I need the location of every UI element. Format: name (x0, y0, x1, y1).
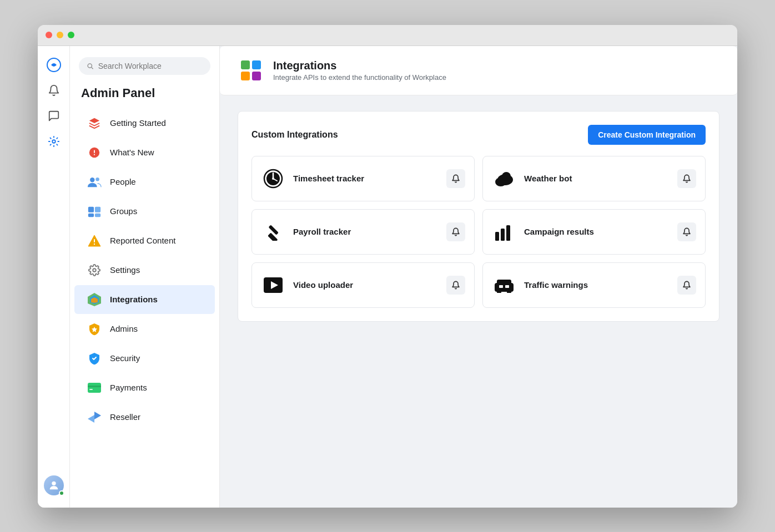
sidebar-item-integrations[interactable]: Integrations (74, 285, 215, 314)
svg-rect-27 (241, 60, 250, 69)
timesheet-tracker-icon (261, 166, 285, 191)
svg-rect-51 (505, 285, 509, 288)
integration-card-weather-bot[interactable]: Weather bot (482, 156, 706, 201)
sidebar-item-admins[interactable]: Admins (74, 315, 215, 343)
page-header: Integrations Integrate APIs to extend th… (220, 46, 737, 95)
integration-card-traffic-warnings[interactable]: Traffic warnings (482, 262, 706, 308)
svg-rect-23 (88, 386, 101, 387)
sidebar-item-security[interactable]: Security (74, 344, 215, 373)
content-area: Custom Integrations Create Custom Integr… (238, 111, 719, 322)
campaign-results-bell-button[interactable] (677, 222, 696, 241)
video-uploader-bell-button[interactable] (446, 276, 465, 295)
traffic-warnings-label: Traffic warnings (524, 280, 670, 290)
svg-rect-28 (252, 60, 261, 69)
getting-started-icon (85, 114, 103, 132)
people-icon (85, 173, 103, 191)
bell-icon (451, 174, 460, 183)
sidebar-item-whats-new[interactable]: What's New (74, 138, 215, 167)
section-header: Custom Integrations Create Custom Integr… (251, 125, 706, 145)
whats-new-label: What's New (110, 148, 154, 157)
weather-bot-bell-button[interactable] (677, 169, 696, 188)
settings-icon (85, 261, 103, 279)
create-custom-integration-button[interactable]: Create Custom Integration (588, 125, 706, 145)
sidebar-item-getting-started[interactable]: Getting Started (74, 109, 215, 138)
bell-icon (682, 227, 691, 236)
svg-point-38 (502, 172, 511, 181)
sidebar-item-reported-content[interactable]: Reported Content (74, 226, 215, 255)
video-uploader-icon (261, 273, 285, 297)
main-content: Integrations Integrate APIs to extend th… (220, 46, 737, 508)
sidebar-item-payments[interactable]: Payments (74, 373, 215, 402)
svg-point-2 (52, 481, 56, 485)
online-indicator (59, 490, 64, 496)
svg-rect-11 (95, 206, 100, 212)
payroll-tracker-bell-button[interactable] (446, 222, 465, 241)
user-avatar-container[interactable] (44, 475, 64, 495)
nav-sidebar: Admin Panel Getting Started (70, 46, 220, 508)
page-header-text: Integrations Integrate APIs to extend th… (273, 59, 446, 82)
sidebar-item-settings[interactable]: Settings (74, 256, 215, 285)
video-uploader-label: Video uploader (293, 280, 439, 290)
svg-point-8 (90, 178, 94, 182)
svg-rect-6 (94, 150, 95, 153)
svg-point-3 (88, 63, 92, 67)
svg-rect-43 (506, 225, 510, 241)
section-title: Custom Integrations (251, 130, 338, 140)
app-body: Admin Panel Getting Started (38, 46, 737, 508)
messages-icon[interactable] (43, 105, 65, 127)
reseller-icon (85, 408, 103, 426)
close-dot[interactable] (46, 32, 52, 38)
svg-rect-15 (94, 239, 95, 242)
svg-rect-29 (241, 72, 250, 80)
svg-rect-40 (269, 225, 279, 235)
reported-content-label: Reported Content (110, 236, 175, 245)
bell-icon (682, 174, 691, 183)
search-input[interactable] (98, 62, 203, 70)
svg-rect-22 (88, 383, 101, 393)
groups-label: Groups (110, 206, 137, 216)
reseller-label: Reseller (110, 412, 140, 422)
reported-content-icon (85, 232, 103, 250)
payroll-tracker-label: Payroll tracker (293, 227, 439, 236)
minimize-dot[interactable] (57, 32, 63, 38)
svg-point-1 (52, 140, 56, 143)
workplace-logo-icon[interactable] (43, 54, 65, 76)
integrations-icon (85, 291, 103, 308)
integration-card-video-uploader[interactable]: Video uploader (251, 262, 475, 308)
titlebar (38, 25, 737, 46)
campaign-results-label: Campaign results (524, 227, 670, 236)
svg-rect-42 (501, 229, 505, 241)
sidebar-item-groups[interactable]: Groups (74, 197, 215, 226)
payments-label: Payments (110, 383, 147, 392)
notifications-icon[interactable] (43, 79, 65, 102)
sidebar-item-reseller[interactable]: Reseller (74, 403, 215, 432)
svg-rect-10 (88, 206, 94, 212)
timesheet-tracker-bell-button[interactable] (446, 169, 465, 188)
svg-line-4 (92, 67, 93, 69)
bell-icon (682, 281, 691, 290)
integration-card-payroll-tracker[interactable]: Payroll tracker (251, 209, 475, 255)
admins-label: Admins (110, 324, 138, 333)
people-label: People (110, 177, 136, 186)
campaign-results-icon (492, 220, 516, 244)
integrations-label: Integrations (110, 295, 158, 304)
maximize-dot[interactable] (68, 32, 74, 38)
whats-new-icon (85, 144, 103, 161)
svg-rect-41 (495, 232, 499, 241)
payroll-tracker-icon (261, 220, 285, 244)
search-bar[interactable] (79, 57, 210, 75)
icon-sidebar (38, 46, 70, 508)
admin-panel-title: Admin Panel (70, 86, 219, 108)
settings-label: Settings (110, 265, 140, 275)
search-icon (87, 62, 94, 70)
integration-card-campaign-results[interactable]: Campaign results (482, 209, 706, 255)
traffic-warnings-icon (492, 273, 516, 297)
svg-rect-12 (88, 213, 94, 217)
svg-point-16 (94, 243, 95, 244)
svg-marker-25 (94, 412, 101, 419)
traffic-warnings-bell-button[interactable] (677, 276, 696, 295)
sidebar-item-people[interactable]: People (74, 168, 215, 196)
integration-card-timesheet-tracker[interactable]: Timesheet tracker (251, 156, 475, 201)
admin-tools-icon[interactable] (43, 130, 65, 153)
page-subtitle: Integrate APIs to extend the functionali… (273, 73, 446, 82)
